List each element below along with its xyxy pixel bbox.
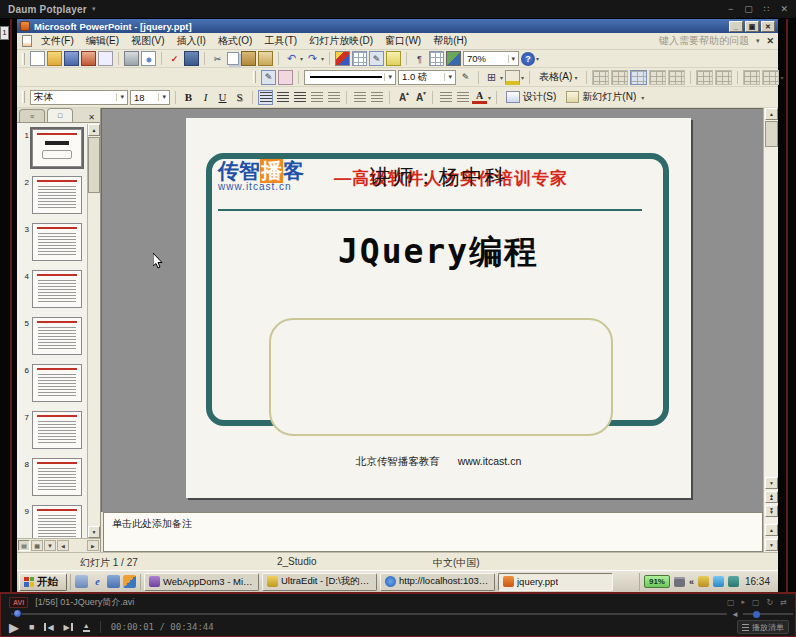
quick-launch-icon[interactable] bbox=[107, 575, 120, 588]
draw-table-icon[interactable]: ✎ bbox=[261, 70, 276, 85]
internet-explorer-icon[interactable]: e bbox=[91, 575, 104, 588]
bold-button[interactable]: B bbox=[181, 90, 196, 105]
notes-scroll-up-icon[interactable]: ▲ bbox=[765, 524, 778, 536]
notes-pane[interactable]: 单击此处添加备注 bbox=[103, 512, 763, 552]
scroll-thumb[interactable] bbox=[765, 121, 778, 147]
outside-border-icon[interactable]: ⊞ bbox=[484, 70, 499, 85]
thumbnail-preview[interactable] bbox=[32, 458, 82, 496]
insert-rows-icon[interactable] bbox=[743, 70, 760, 85]
insert-columns-icon[interactable] bbox=[762, 70, 779, 85]
fill-color-icon[interactable] bbox=[505, 70, 520, 85]
next-slide-button[interactable]: ▼▼ bbox=[765, 505, 778, 517]
thumbnail-preview[interactable] bbox=[32, 176, 82, 214]
ppt-restore-button[interactable]: ▣ bbox=[745, 21, 759, 32]
help-dropdown-icon[interactable]: ▾ bbox=[756, 37, 760, 45]
battery-indicator[interactable]: 91% bbox=[644, 575, 670, 588]
align-left-button[interactable] bbox=[258, 90, 273, 105]
thumb-scroll-down-icon[interactable]: ▼ bbox=[88, 526, 100, 538]
design-button[interactable]: 设计(S) bbox=[502, 89, 560, 106]
slide-thumbnail[interactable]: 7 bbox=[17, 411, 88, 449]
ppt-minimize-button[interactable]: _ bbox=[729, 21, 743, 32]
tray-messenger-icon[interactable] bbox=[713, 576, 724, 587]
slide-thumbnail[interactable]: 9 bbox=[17, 505, 88, 538]
taskbar-task-ultraedit[interactable]: UltraEdit - [D:\我的文档... bbox=[262, 573, 377, 591]
potplayer-menu-caret-icon[interactable]: ▾ bbox=[92, 5, 96, 13]
potplayer-pin-button[interactable]: ∷ bbox=[764, 4, 770, 14]
tray-network-icon[interactable] bbox=[728, 576, 739, 587]
print-preview-icon[interactable] bbox=[141, 51, 156, 66]
border-width-combo[interactable]: 1.0 磅 ▾ bbox=[398, 70, 456, 85]
redo-icon[interactable]: ↷ bbox=[305, 51, 320, 66]
permission-icon[interactable] bbox=[81, 51, 96, 66]
slide-thumbnail[interactable]: 8 bbox=[17, 458, 88, 496]
ab-repeat-play-icon[interactable]: ▸ bbox=[742, 598, 746, 606]
start-button[interactable]: 开始 bbox=[19, 573, 67, 591]
help-icon[interactable]: ? bbox=[521, 52, 535, 66]
email-icon[interactable] bbox=[98, 51, 113, 66]
seek-bar[interactable] bbox=[11, 613, 727, 615]
toolbar-grip[interactable] bbox=[22, 91, 25, 103]
previous-button[interactable]: ◀ bbox=[44, 623, 53, 632]
undo-icon[interactable]: ↶ bbox=[284, 51, 299, 66]
toolbar-grip[interactable] bbox=[22, 53, 25, 65]
draw-icon[interactable]: ✎ bbox=[369, 51, 384, 66]
hscroll-left-icon[interactable]: ◀ bbox=[57, 540, 69, 551]
research-icon[interactable] bbox=[184, 51, 199, 66]
ab-repeat-a-icon[interactable]: ▢ bbox=[727, 598, 735, 607]
thumbnail-preview[interactable] bbox=[32, 270, 82, 308]
center-vertically-icon[interactable] bbox=[649, 70, 666, 85]
format-painter-icon[interactable] bbox=[258, 51, 273, 66]
open-media-button[interactable]: ▲ bbox=[83, 622, 90, 632]
menu-window[interactable]: 窗口(W) bbox=[379, 33, 427, 49]
thumbnail-preview[interactable] bbox=[32, 411, 82, 449]
border-style-dropdown-icon[interactable]: ▾ bbox=[384, 73, 392, 81]
show-desktop-icon[interactable] bbox=[75, 575, 88, 588]
spelling-icon[interactable]: ✓ bbox=[167, 51, 182, 66]
menu-view[interactable]: 视图(V) bbox=[125, 33, 170, 49]
menu-insert[interactable]: 插入(I) bbox=[170, 33, 211, 49]
new-slide-button[interactable]: 新幻灯片(N) bbox=[562, 89, 640, 106]
justify-button[interactable] bbox=[309, 90, 324, 105]
volume-thumb[interactable] bbox=[753, 611, 760, 618]
slide-thumbnail[interactable]: 2 bbox=[17, 176, 88, 214]
thumb-scroll-up-icon[interactable]: ▲ bbox=[88, 124, 100, 136]
decrease-font-size-button[interactable]: A▼ bbox=[412, 90, 427, 105]
border-color-icon[interactable]: ✎ bbox=[458, 70, 473, 85]
slide-scrollbar[interactable]: ▲ ▼ ▲▲ ▼▼ ▲ ▼ bbox=[763, 108, 778, 552]
fill-dropdown-icon[interactable]: ▾ bbox=[521, 74, 524, 81]
thumbnail-preview[interactable] bbox=[32, 223, 82, 261]
font-color-dropdown-icon[interactable]: ▾ bbox=[488, 94, 491, 101]
power-plug-icon[interactable] bbox=[674, 577, 685, 587]
tray-overflow-icon[interactable]: « bbox=[689, 577, 694, 587]
comment-icon[interactable] bbox=[386, 51, 401, 66]
slide-thumbnail[interactable]: 6 bbox=[17, 364, 88, 402]
menubar-close-icon[interactable]: ✕ bbox=[766, 36, 774, 46]
cut-icon[interactable]: ✂ bbox=[210, 51, 225, 66]
save-icon[interactable] bbox=[64, 51, 79, 66]
increase-indent-button[interactable] bbox=[455, 90, 470, 105]
eraser-icon[interactable] bbox=[278, 70, 293, 85]
shadow-button[interactable]: S bbox=[232, 90, 247, 105]
menu-edit[interactable]: 编辑(E) bbox=[80, 33, 125, 49]
help-question-box[interactable]: 键入需要帮助的问题 ▾ ✕ bbox=[659, 34, 774, 48]
font-size-combo[interactable]: 18 ▾ bbox=[130, 90, 170, 105]
powerpoint-titlebar[interactable]: Microsoft PowerPoint - [jquery.ppt] _ ▣ … bbox=[17, 19, 778, 33]
scroll-down-icon[interactable]: ▼ bbox=[765, 477, 778, 489]
ppt-close-button[interactable]: ✕ bbox=[761, 21, 775, 32]
slide-thumbnail[interactable]: 4 bbox=[17, 270, 88, 308]
merge-cells-icon[interactable] bbox=[592, 70, 609, 85]
border-style-combo[interactable]: ▾ bbox=[304, 70, 396, 85]
aspect-icon[interactable]: ⇄ bbox=[780, 598, 787, 607]
print-icon[interactable] bbox=[124, 51, 139, 66]
new-icon[interactable] bbox=[30, 51, 45, 66]
zoom-dropdown-icon[interactable]: ▾ bbox=[508, 55, 516, 63]
italic-button[interactable]: I bbox=[198, 90, 213, 105]
panel-close-icon[interactable]: ✕ bbox=[85, 113, 98, 122]
taskbar-task-webapp[interactable]: WebAppDom3 - Microsof... bbox=[144, 573, 259, 591]
align-center-button[interactable] bbox=[275, 90, 290, 105]
thumbnail-preview[interactable] bbox=[32, 129, 82, 167]
insert-picture-icon[interactable] bbox=[446, 51, 461, 66]
show-formatting-icon[interactable]: ¶ bbox=[412, 51, 427, 66]
thumb-scroll-thumb[interactable] bbox=[88, 137, 100, 193]
media-player-icon[interactable] bbox=[123, 575, 136, 588]
